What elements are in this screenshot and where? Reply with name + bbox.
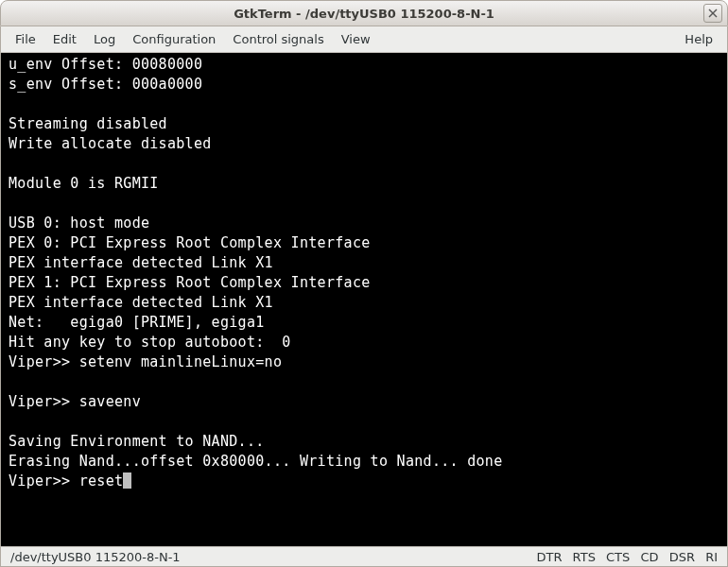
statusbar: /dev/ttyUSB0 115200-8-N-1 DTR RTS CTS CD… bbox=[0, 546, 728, 567]
menu-view[interactable]: View bbox=[333, 28, 379, 50]
status-signals: DTR RTS CTS CD DSR RI bbox=[529, 550, 718, 564]
status-port: /dev/ttyUSB0 115200-8-N-1 bbox=[10, 550, 529, 564]
titlebar: GtkTerm - /dev/ttyUSB0 115200-8-N-1 bbox=[0, 0, 728, 26]
terminal-input: reset bbox=[79, 472, 124, 490]
terminal-line: PEX 0: PCI Express Root Complex Interfac… bbox=[9, 234, 371, 251]
signal-dsr: DSR bbox=[669, 550, 695, 564]
signal-cd: CD bbox=[640, 550, 658, 564]
menu-help[interactable]: Help bbox=[676, 28, 721, 50]
signal-rts: RTS bbox=[573, 550, 596, 564]
close-icon bbox=[708, 9, 718, 18]
terminal-line: USB 0: host mode bbox=[9, 215, 149, 232]
terminal-cursor bbox=[123, 472, 131, 489]
terminal-line: Write allocate disabled bbox=[9, 135, 212, 152]
terminal-line: Erasing Nand...offset 0x80000... Writing… bbox=[9, 453, 503, 470]
terminal-line: Module 0 is RGMII bbox=[9, 175, 159, 192]
terminal-line: Viper>> setenv mainlineLinux=no bbox=[9, 353, 282, 370]
terminal-line: Viper>> saveenv bbox=[9, 393, 141, 410]
terminal-line: Net: egiga0 [PRIME], egiga1 bbox=[9, 314, 265, 331]
menu-control-signals[interactable]: Control signals bbox=[224, 28, 332, 50]
terminal-line: PEX interface detected Link X1 bbox=[9, 254, 273, 271]
menu-log[interactable]: Log bbox=[85, 28, 124, 50]
terminal-line: PEX interface detected Link X1 bbox=[9, 294, 273, 311]
window-title: GtkTerm - /dev/ttyUSB0 115200-8-N-1 bbox=[7, 7, 721, 21]
terminal-line: u_env Offset: 00080000 bbox=[9, 56, 202, 73]
menu-configuration[interactable]: Configuration bbox=[124, 28, 224, 50]
signal-dtr: DTR bbox=[536, 550, 562, 564]
menu-edit[interactable]: Edit bbox=[44, 28, 85, 50]
signal-cts: CTS bbox=[606, 550, 630, 564]
menu-file[interactable]: File bbox=[7, 28, 44, 50]
close-button[interactable] bbox=[703, 4, 722, 23]
terminal-line: Streaming disabled bbox=[9, 115, 167, 132]
terminal-line: Saving Environment to NAND... bbox=[9, 433, 265, 450]
terminal-line: s_env Offset: 000a0000 bbox=[9, 76, 202, 93]
terminal-line: Hit any key to stop autoboot: 0 bbox=[9, 334, 291, 351]
menubar: File Edit Log Configuration Control sign… bbox=[0, 26, 728, 53]
terminal-prompt: Viper>> bbox=[9, 472, 79, 490]
terminal-output[interactable]: u_env Offset: 00080000 s_env Offset: 000… bbox=[0, 53, 728, 546]
signal-ri: RI bbox=[705, 550, 718, 564]
terminal-line: PEX 1: PCI Express Root Complex Interfac… bbox=[9, 274, 371, 291]
